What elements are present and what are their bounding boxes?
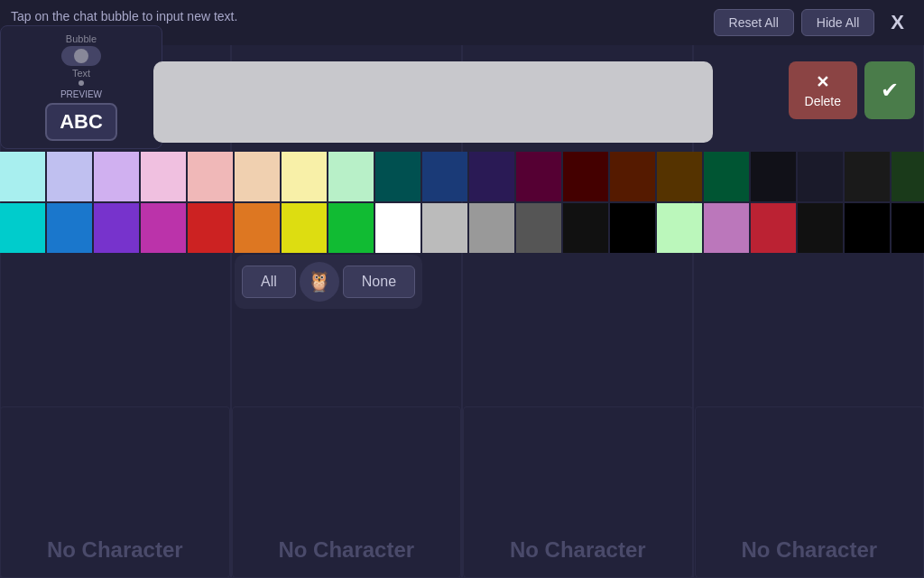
color-swatch-r2-3[interactable] [141, 203, 186, 253]
preview-panel: Bubble Text PREVIEW ABC [0, 25, 162, 149]
color-swatch-r1-16[interactable] [751, 152, 796, 201]
color-swatch-r1-7[interactable] [328, 152, 374, 201]
color-swatch-r1-2[interactable] [94, 152, 139, 201]
color-swatch-r2-10[interactable] [469, 203, 514, 253]
color-swatch-r1-13[interactable] [610, 152, 655, 201]
color-swatch-r2-14[interactable] [657, 203, 702, 253]
bottom-slot-1[interactable]: No Character [0, 406, 230, 578]
color-swatch-r1-9[interactable] [422, 152, 467, 201]
bubble-toggle-dot [74, 49, 88, 63]
color-swatch-r1-5[interactable] [235, 152, 280, 201]
color-swatch-r2-15[interactable] [704, 203, 749, 253]
color-swatch-r1-17[interactable] [798, 152, 843, 201]
color-swatch-r1-11[interactable] [516, 152, 561, 201]
color-swatch-r1-12[interactable] [563, 152, 608, 201]
color-swatch-r2-2[interactable] [94, 203, 139, 253]
bottom-slots: No Character No Character No Character N… [0, 406, 924, 578]
color-swatch-r2-5[interactable] [235, 203, 280, 253]
all-button[interactable]: All [242, 266, 296, 298]
delete-label: Delete [805, 94, 841, 108]
abc-preview: ABC [45, 103, 117, 141]
color-swatch-r1-8[interactable] [375, 152, 420, 201]
filter-buttons: All 🦉 None [235, 255, 422, 309]
confirm-button[interactable]: ✔ [864, 61, 915, 119]
bottom-slot-2-label: No Character [278, 537, 414, 563]
color-swatch-r1-14[interactable] [657, 152, 702, 201]
text-label: Text [72, 68, 90, 79]
none-button[interactable]: None [343, 266, 415, 298]
color-swatch-r1-19[interactable] [892, 152, 924, 201]
delete-button[interactable]: ✕ Delete [789, 61, 857, 119]
top-buttons: Reset All Hide All X [714, 7, 913, 38]
color-swatch-r2-16[interactable] [751, 203, 796, 253]
bottom-slot-3[interactable]: No Character [463, 406, 693, 578]
color-swatch-r2-19[interactable] [892, 203, 924, 253]
color-swatch-r1-6[interactable] [282, 152, 327, 201]
color-swatch-r2-7[interactable] [328, 203, 374, 253]
color-swatch-r1-1[interactable] [47, 152, 92, 201]
color-swatch-r2-13[interactable] [610, 203, 655, 253]
color-swatch-r2-17[interactable] [798, 203, 843, 253]
bubble-label: Bubble [66, 33, 97, 44]
bubble-toggle[interactable] [61, 46, 101, 66]
color-swatch-r2-18[interactable] [845, 203, 890, 253]
color-swatch-r2-4[interactable] [188, 203, 233, 253]
preview-label: PREVIEW [60, 89, 102, 99]
color-swatch-r2-9[interactable] [422, 203, 467, 253]
color-swatch-r1-0[interactable] [0, 152, 45, 201]
bubble-toggle-container: Bubble Text [61, 33, 101, 86]
color-swatch-r2-0[interactable] [0, 203, 45, 253]
hide-all-button[interactable]: Hide All [801, 9, 874, 36]
owl-icon: 🦉 [300, 262, 339, 302]
color-swatch-r2-1[interactable] [47, 203, 92, 253]
bottom-slot-1-label: No Character [47, 537, 183, 563]
color-swatch-r1-3[interactable] [141, 152, 186, 201]
color-swatch-r2-11[interactable] [516, 203, 561, 253]
close-button[interactable]: X [882, 7, 913, 38]
bottom-slot-4-label: No Character [741, 537, 877, 563]
color-palette [0, 152, 924, 253]
color-swatch-r2-12[interactable] [563, 203, 608, 253]
text-input-area[interactable] [153, 61, 713, 143]
color-swatch-r2-8[interactable] [375, 203, 420, 253]
color-swatch-r1-10[interactable] [469, 152, 514, 201]
color-swatch-r2-6[interactable] [282, 203, 327, 253]
action-buttons: ✕ Delete ✔ [789, 61, 915, 119]
color-swatch-r1-18[interactable] [845, 152, 890, 201]
delete-x-icon: ✕ [816, 72, 829, 92]
hint-text: Tap on the chat bubble to input new text… [11, 9, 705, 23]
bottom-slot-3-label: No Character [510, 537, 646, 563]
reset-all-button[interactable]: Reset All [714, 9, 794, 36]
text-dot [79, 80, 84, 86]
bottom-slot-2[interactable]: No Character [232, 406, 462, 578]
color-swatch-r1-4[interactable] [188, 152, 233, 201]
color-swatch-r1-15[interactable] [704, 152, 749, 201]
bottom-slot-4[interactable]: No Character [695, 406, 925, 578]
